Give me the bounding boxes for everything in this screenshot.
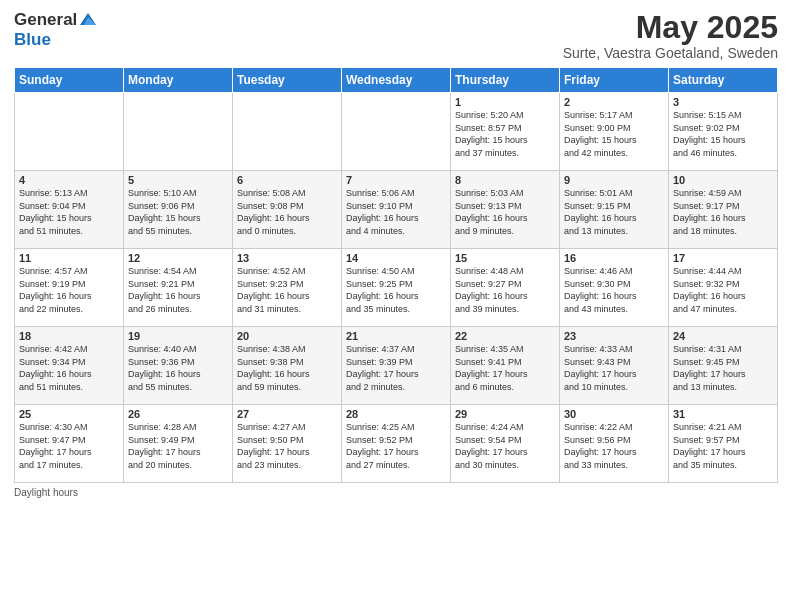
day-info: Sunrise: 5:15 AM Sunset: 9:02 PM Dayligh…: [673, 109, 773, 159]
day-number: 30: [564, 408, 664, 420]
day-info: Sunrise: 4:52 AM Sunset: 9:23 PM Dayligh…: [237, 265, 337, 315]
day-info: Sunrise: 4:38 AM Sunset: 9:38 PM Dayligh…: [237, 343, 337, 393]
day-info: Sunrise: 4:33 AM Sunset: 9:43 PM Dayligh…: [564, 343, 664, 393]
footer-note: Daylight hours: [14, 487, 778, 498]
day-number: 1: [455, 96, 555, 108]
day-number: 2: [564, 96, 664, 108]
day-cell: 7Sunrise: 5:06 AM Sunset: 9:10 PM Daylig…: [342, 171, 451, 249]
day-cell: 30Sunrise: 4:22 AM Sunset: 9:56 PM Dayli…: [560, 405, 669, 483]
day-cell: 14Sunrise: 4:50 AM Sunset: 9:25 PM Dayli…: [342, 249, 451, 327]
day-number: 23: [564, 330, 664, 342]
day-cell: 28Sunrise: 4:25 AM Sunset: 9:52 PM Dayli…: [342, 405, 451, 483]
day-info: Sunrise: 4:54 AM Sunset: 9:21 PM Dayligh…: [128, 265, 228, 315]
day-number: 25: [19, 408, 119, 420]
day-cell: [342, 93, 451, 171]
week-row-5: 25Sunrise: 4:30 AM Sunset: 9:47 PM Dayli…: [15, 405, 778, 483]
day-cell: 10Sunrise: 4:59 AM Sunset: 9:17 PM Dayli…: [669, 171, 778, 249]
day-cell: 8Sunrise: 5:03 AM Sunset: 9:13 PM Daylig…: [451, 171, 560, 249]
day-cell: 16Sunrise: 4:46 AM Sunset: 9:30 PM Dayli…: [560, 249, 669, 327]
week-row-1: 1Sunrise: 5:20 AM Sunset: 8:57 PM Daylig…: [15, 93, 778, 171]
day-info: Sunrise: 5:10 AM Sunset: 9:06 PM Dayligh…: [128, 187, 228, 237]
logo-icon: [78, 9, 98, 29]
day-cell: 22Sunrise: 4:35 AM Sunset: 9:41 PM Dayli…: [451, 327, 560, 405]
col-header-sunday: Sunday: [15, 68, 124, 93]
day-info: Sunrise: 4:42 AM Sunset: 9:34 PM Dayligh…: [19, 343, 119, 393]
day-number: 4: [19, 174, 119, 186]
day-cell: 5Sunrise: 5:10 AM Sunset: 9:06 PM Daylig…: [124, 171, 233, 249]
day-number: 9: [564, 174, 664, 186]
week-row-4: 18Sunrise: 4:42 AM Sunset: 9:34 PM Dayli…: [15, 327, 778, 405]
day-cell: 17Sunrise: 4:44 AM Sunset: 9:32 PM Dayli…: [669, 249, 778, 327]
day-info: Sunrise: 5:01 AM Sunset: 9:15 PM Dayligh…: [564, 187, 664, 237]
col-header-wednesday: Wednesday: [342, 68, 451, 93]
day-info: Sunrise: 4:28 AM Sunset: 9:49 PM Dayligh…: [128, 421, 228, 471]
day-info: Sunrise: 5:06 AM Sunset: 9:10 PM Dayligh…: [346, 187, 446, 237]
col-header-monday: Monday: [124, 68, 233, 93]
day-cell: 24Sunrise: 4:31 AM Sunset: 9:45 PM Dayli…: [669, 327, 778, 405]
day-info: Sunrise: 4:22 AM Sunset: 9:56 PM Dayligh…: [564, 421, 664, 471]
day-number: 17: [673, 252, 773, 264]
day-cell: 4Sunrise: 5:13 AM Sunset: 9:04 PM Daylig…: [15, 171, 124, 249]
day-cell: 18Sunrise: 4:42 AM Sunset: 9:34 PM Dayli…: [15, 327, 124, 405]
day-number: 5: [128, 174, 228, 186]
day-cell: 1Sunrise: 5:20 AM Sunset: 8:57 PM Daylig…: [451, 93, 560, 171]
day-info: Sunrise: 4:48 AM Sunset: 9:27 PM Dayligh…: [455, 265, 555, 315]
day-info: Sunrise: 5:08 AM Sunset: 9:08 PM Dayligh…: [237, 187, 337, 237]
calendar-table: SundayMondayTuesdayWednesdayThursdayFrid…: [14, 67, 778, 483]
day-cell: 21Sunrise: 4:37 AM Sunset: 9:39 PM Dayli…: [342, 327, 451, 405]
day-cell: [124, 93, 233, 171]
day-number: 15: [455, 252, 555, 264]
day-number: 6: [237, 174, 337, 186]
day-number: 24: [673, 330, 773, 342]
day-info: Sunrise: 4:44 AM Sunset: 9:32 PM Dayligh…: [673, 265, 773, 315]
logo: General Blue: [14, 10, 98, 50]
day-cell: 9Sunrise: 5:01 AM Sunset: 9:15 PM Daylig…: [560, 171, 669, 249]
day-number: 27: [237, 408, 337, 420]
day-cell: 29Sunrise: 4:24 AM Sunset: 9:54 PM Dayli…: [451, 405, 560, 483]
day-number: 22: [455, 330, 555, 342]
day-cell: 2Sunrise: 5:17 AM Sunset: 9:00 PM Daylig…: [560, 93, 669, 171]
day-cell: 27Sunrise: 4:27 AM Sunset: 9:50 PM Dayli…: [233, 405, 342, 483]
day-number: 29: [455, 408, 555, 420]
day-number: 10: [673, 174, 773, 186]
logo-blue-text: Blue: [14, 30, 51, 49]
day-info: Sunrise: 5:03 AM Sunset: 9:13 PM Dayligh…: [455, 187, 555, 237]
day-info: Sunrise: 4:37 AM Sunset: 9:39 PM Dayligh…: [346, 343, 446, 393]
week-row-2: 4Sunrise: 5:13 AM Sunset: 9:04 PM Daylig…: [15, 171, 778, 249]
day-cell: 3Sunrise: 5:15 AM Sunset: 9:02 PM Daylig…: [669, 93, 778, 171]
day-number: 16: [564, 252, 664, 264]
header: General Blue May 2025 Surte, Vaestra Goe…: [14, 10, 778, 61]
day-info: Sunrise: 5:20 AM Sunset: 8:57 PM Dayligh…: [455, 109, 555, 159]
title-block: May 2025 Surte, Vaestra Goetaland, Swede…: [563, 10, 778, 61]
day-cell: 13Sunrise: 4:52 AM Sunset: 9:23 PM Dayli…: [233, 249, 342, 327]
day-info: Sunrise: 4:30 AM Sunset: 9:47 PM Dayligh…: [19, 421, 119, 471]
day-info: Sunrise: 4:21 AM Sunset: 9:57 PM Dayligh…: [673, 421, 773, 471]
day-number: 21: [346, 330, 446, 342]
day-number: 7: [346, 174, 446, 186]
day-number: 14: [346, 252, 446, 264]
day-info: Sunrise: 4:35 AM Sunset: 9:41 PM Dayligh…: [455, 343, 555, 393]
day-cell: 31Sunrise: 4:21 AM Sunset: 9:57 PM Dayli…: [669, 405, 778, 483]
day-cell: 19Sunrise: 4:40 AM Sunset: 9:36 PM Dayli…: [124, 327, 233, 405]
col-header-saturday: Saturday: [669, 68, 778, 93]
day-info: Sunrise: 4:50 AM Sunset: 9:25 PM Dayligh…: [346, 265, 446, 315]
col-header-tuesday: Tuesday: [233, 68, 342, 93]
day-number: 19: [128, 330, 228, 342]
header-row: SundayMondayTuesdayWednesdayThursdayFrid…: [15, 68, 778, 93]
day-info: Sunrise: 4:40 AM Sunset: 9:36 PM Dayligh…: [128, 343, 228, 393]
col-header-friday: Friday: [560, 68, 669, 93]
day-cell: 11Sunrise: 4:57 AM Sunset: 9:19 PM Dayli…: [15, 249, 124, 327]
day-number: 28: [346, 408, 446, 420]
day-cell: 15Sunrise: 4:48 AM Sunset: 9:27 PM Dayli…: [451, 249, 560, 327]
logo-general-text: General: [14, 10, 77, 30]
day-info: Sunrise: 4:46 AM Sunset: 9:30 PM Dayligh…: [564, 265, 664, 315]
day-cell: [233, 93, 342, 171]
daylight-hours-label: Daylight hours: [14, 487, 78, 498]
day-cell: 6Sunrise: 5:08 AM Sunset: 9:08 PM Daylig…: [233, 171, 342, 249]
day-info: Sunrise: 5:17 AM Sunset: 9:00 PM Dayligh…: [564, 109, 664, 159]
main-title: May 2025: [563, 10, 778, 45]
day-cell: 23Sunrise: 4:33 AM Sunset: 9:43 PM Dayli…: [560, 327, 669, 405]
day-info: Sunrise: 4:57 AM Sunset: 9:19 PM Dayligh…: [19, 265, 119, 315]
day-cell: 20Sunrise: 4:38 AM Sunset: 9:38 PM Dayli…: [233, 327, 342, 405]
day-number: 12: [128, 252, 228, 264]
